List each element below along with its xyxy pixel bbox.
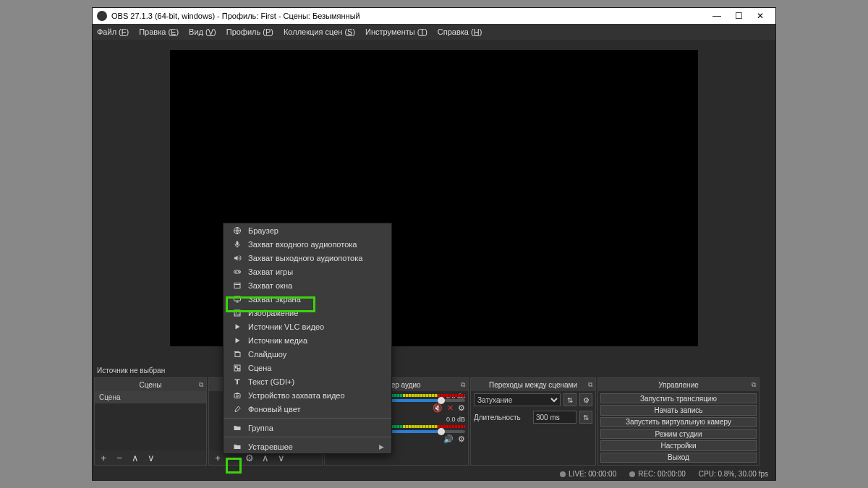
- duration-input[interactable]: [533, 411, 576, 424]
- source-type-speaker[interactable]: Захват выходного аудиопотока: [224, 251, 391, 265]
- menu-файл[interactable]: Файл (F): [97, 27, 129, 36]
- source-type-window[interactable]: Захват окна: [224, 278, 391, 292]
- menu-item-label: Захват выходного аудиопотока: [248, 254, 362, 262]
- camera-icon: [231, 391, 244, 400]
- scene-icon: [231, 364, 244, 372]
- play-icon: [231, 322, 244, 331]
- image-icon: [231, 309, 244, 317]
- add-source-context-menu[interactable]: БраузерЗахват входного аудиопотокаЗахват…: [223, 223, 392, 454]
- svg-rect-13: [234, 393, 240, 398]
- detach-icon[interactable]: ⧉: [588, 381, 592, 389]
- control-button[interactable]: Выход: [600, 453, 757, 463]
- menu-item-label: Захват входного аудиопотока: [248, 240, 357, 249]
- mute-icon[interactable]: 🔇: [433, 403, 443, 413]
- folder-icon: [231, 424, 244, 432]
- add-scene-button[interactable]: +: [98, 453, 109, 463]
- source-type-camera[interactable]: Устройство захвата видео: [224, 388, 391, 402]
- menu-item-label: Слайдшоу: [248, 350, 286, 359]
- text-icon: [231, 377, 244, 386]
- folder-icon: [231, 442, 244, 451]
- menu-справка[interactable]: Справка (H): [438, 27, 482, 36]
- scene-down-button[interactable]: ∨: [145, 453, 157, 463]
- menu-item-label: Захват экрана: [248, 295, 301, 304]
- window-title: OBS 27.1.3 (64-bit, windows) - Профиль: …: [111, 12, 706, 20]
- transitions-panel: Переходы между сценами ⧉ Затухание ⇅ ⚙ Д…: [470, 377, 596, 466]
- source-info-bar: Источник не выбран: [93, 364, 775, 376]
- source-info-text: Источник не выбран: [97, 367, 165, 374]
- transitions-body: Затухание ⇅ ⚙ Длительность ⇅: [471, 391, 595, 465]
- source-type-slides[interactable]: Слайдшоу: [224, 347, 391, 361]
- menu-item-label: Захват окна: [248, 281, 292, 290]
- svg-rect-5: [234, 283, 240, 288]
- source-type-monitor[interactable]: Захват экрана: [224, 292, 391, 306]
- bottom-docks: Сцены ⧉ Сцена + − ∧ ∨ и ⧉ + − ⚙: [93, 376, 775, 467]
- remove-scene-button[interactable]: −: [114, 453, 125, 463]
- transition-settings-button[interactable]: ⚙: [579, 393, 592, 406]
- control-button[interactable]: Режим студии: [600, 429, 757, 439]
- gamepad-icon: [231, 267, 244, 276]
- duration-stepper[interactable]: ⇅: [579, 411, 592, 424]
- control-button[interactable]: Начать запись: [600, 405, 757, 415]
- menu-item-label: Фоновый цвет: [248, 405, 300, 414]
- controls-panel: Управление ⧉ Запустить трансляциюНачать …: [597, 377, 760, 466]
- source-type-brush[interactable]: Фоновый цвет: [224, 402, 391, 416]
- source-type-scene[interactable]: Сцена: [224, 361, 391, 374]
- menu-separator: [224, 437, 391, 437]
- source-type-mic[interactable]: Захват входного аудиопотока: [224, 237, 391, 251]
- statusbar: LIVE: 00:00:00 REC: 00:00:00 CPU: 0.8%, …: [93, 467, 775, 480]
- control-button[interactable]: Запустить виртуальную камеру: [600, 417, 757, 427]
- transitions-panel-header[interactable]: Переходы между сценами ⧉: [471, 378, 595, 391]
- control-button[interactable]: Запустить трансляцию: [600, 393, 757, 403]
- menu-item-label: Сцена: [248, 364, 271, 372]
- source-type-folder[interactable]: Устаревшее▶: [224, 440, 391, 453]
- source-type-image[interactable]: Изображение: [224, 306, 391, 320]
- track-settings-icon[interactable]: ⚙: [458, 403, 465, 413]
- controls-panel-header[interactable]: Управление ⧉: [598, 378, 759, 391]
- transition-stepper[interactable]: ⇅: [563, 393, 576, 406]
- svg-point-8: [236, 311, 237, 312]
- menu-инструменты[interactable]: Инструменты (T): [365, 27, 427, 36]
- duration-label: Длительность: [474, 414, 530, 421]
- scene-item[interactable]: Сцена: [95, 391, 206, 403]
- menu-item-label: Источник медиа: [248, 336, 307, 345]
- svg-rect-7: [234, 310, 240, 316]
- titlebar: OBS 27.1.3 (64-bit, windows) - Профиль: …: [93, 8, 775, 24]
- globe-icon: [231, 226, 244, 235]
- detach-icon[interactable]: ⧉: [461, 381, 465, 389]
- control-button[interactable]: Настройки: [600, 440, 757, 450]
- menu-item-label: Текст (GDI+): [248, 377, 294, 386]
- scenes-panel-header[interactable]: Сцены ⧉: [95, 378, 206, 391]
- rec-status: REC: 00:00:00: [629, 470, 686, 478]
- minimize-button[interactable]: —: [706, 11, 728, 21]
- close-button[interactable]: ✕: [749, 11, 771, 21]
- add-source-button[interactable]: +: [212, 453, 224, 463]
- source-type-globe[interactable]: Браузер: [224, 223, 391, 237]
- scenes-list: Сцена: [95, 391, 206, 450]
- maximize-button[interactable]: ☐: [728, 11, 749, 21]
- window-icon: [231, 281, 244, 290]
- svg-point-14: [237, 395, 239, 397]
- source-type-play[interactable]: Источник VLC видео: [224, 320, 391, 333]
- menu-правка[interactable]: Правка (E): [139, 27, 179, 36]
- detach-icon[interactable]: ⧉: [199, 381, 203, 389]
- scene-up-button[interactable]: ∧: [129, 453, 141, 463]
- menu-профиль[interactable]: Профиль (P): [226, 27, 273, 36]
- mute-icon[interactable]: 🔊: [443, 435, 454, 444]
- source-type-text[interactable]: Текст (GDI+): [224, 374, 391, 388]
- scenes-panel: Сцены ⧉ Сцена + − ∧ ∨: [94, 377, 207, 466]
- menu-коллекция сцен[interactable]: Коллекция сцен (S): [284, 27, 355, 36]
- track-settings-icon[interactable]: ⚙: [458, 435, 465, 444]
- transition-select[interactable]: Затухание: [474, 393, 561, 406]
- controls-body: Запустить трансляциюНачать записьЗапусти…: [598, 391, 759, 465]
- svg-point-4: [239, 272, 240, 273]
- menu-вид[interactable]: Вид (V): [189, 27, 216, 36]
- source-type-gamepad[interactable]: Захват игры: [224, 265, 391, 278]
- preview-area: [93, 40, 775, 364]
- detach-icon[interactable]: ⧉: [752, 381, 756, 389]
- svg-rect-9: [235, 352, 240, 356]
- source-type-play[interactable]: Источник медиа: [224, 333, 391, 347]
- scenes-toolbar: + − ∧ ∨: [95, 450, 206, 465]
- svg-rect-11: [236, 366, 238, 368]
- menu-item-label: Источник VLC видео: [248, 322, 324, 331]
- source-type-folder[interactable]: Группа: [224, 421, 391, 435]
